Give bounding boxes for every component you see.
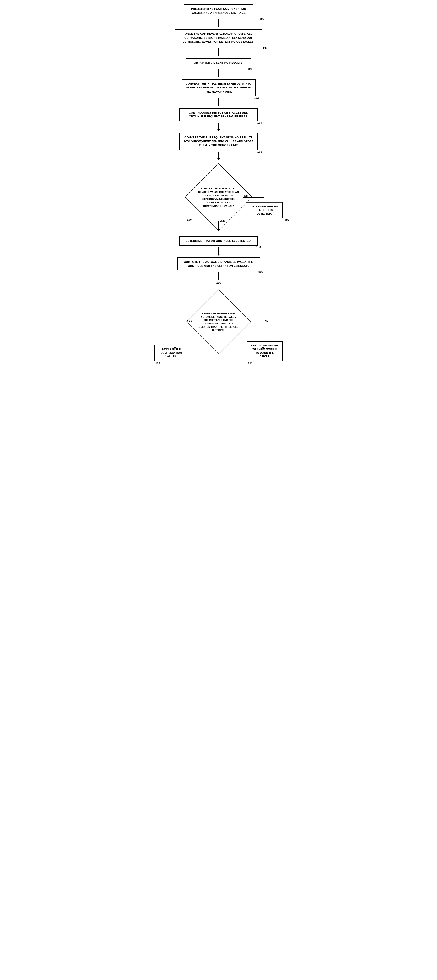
label-111: 111 (248, 362, 253, 365)
no-hline-110 (242, 322, 263, 322)
arrow-5 (218, 152, 219, 158)
label-103: 103 (254, 96, 259, 99)
box-105: CONVERT THE SUBSEQUENT SENSING RESULTS I… (179, 133, 258, 150)
label-106: 106 (187, 218, 192, 221)
arrow-7 (218, 272, 219, 279)
box-103: CONVERT THE INITIAL SENSING RESULTS INTO… (182, 79, 256, 96)
label-104: 104 (257, 121, 262, 124)
label-108: 108 (256, 245, 261, 249)
label-107: 107 (285, 218, 290, 221)
label-101: 101 (263, 46, 268, 49)
box-107: DETERMINE THAT NO OBSTACLE IS DETECTED. (246, 202, 283, 218)
flowchart: PREDETERMINE FOUR COMPENSATION VALUES AN… (153, 4, 284, 363)
arrow-4 (218, 123, 219, 129)
arrow-2 (218, 69, 219, 76)
yes-label-106: YES (220, 220, 225, 223)
yes-arrow-106 (218, 221, 219, 230)
box-109: COMPUTE THE ACTUAL DISTANCE BETWEEN THE … (177, 258, 260, 270)
box-108: DETERMINE THAT AN OBSTACLE IS DETECTED. (179, 237, 258, 246)
arrow-0 (218, 19, 219, 26)
label-102: 102 (247, 67, 252, 70)
label-109: 109 (258, 270, 263, 274)
arrow-6 (218, 247, 219, 254)
yes-arrowhead-106 (217, 229, 220, 231)
label-112: 112 (155, 362, 160, 365)
box-101: ONCE THE CAR REVERSAL RADAR STARTS, ALL … (175, 29, 262, 46)
diamond-110-text: DETERMINE WHETHER THE ACTUAL DISTANCE BE… (198, 312, 239, 332)
arrow-1 (218, 48, 219, 55)
no-label-110: NO (265, 319, 269, 322)
no-arrowhead-110 (262, 347, 264, 349)
box-111: THE CPU DRIVES THE WARNING MODULE TO WAR… (247, 341, 283, 361)
box-104: CONTINUOUSLY DETECT OBSTACLES AND OBTAIN… (179, 108, 258, 121)
yes-arrowhead-110 (174, 347, 177, 349)
no-arrowhead-106 (259, 209, 261, 212)
diamond-106-area: IS ANY OF THE SUBSEQUENT SENSING VALUE G… (153, 160, 284, 234)
box-100: PREDETERMINE FOUR COMPENSATION VALUES AN… (184, 4, 253, 18)
yes-hline-110 (174, 322, 196, 322)
box-112: INCREASE THE COMPENSATION VALUES. (154, 345, 188, 361)
box-102: OBTAIN INITIAL SENSING RESULTS. (186, 58, 251, 67)
label-100: 100 (260, 17, 264, 21)
diamond-110-area: 110 DETERMINE WHETHER THE ACTUAL DISTANC… (153, 280, 284, 363)
arrow-3 (218, 98, 219, 105)
label-105: 105 (257, 150, 262, 153)
label-110: 110 (217, 281, 221, 284)
no-hline-106 (242, 197, 264, 198)
diamond-106-text: IS ANY OF THE SUBSEQUENT SENSING VALUE G… (198, 186, 239, 208)
